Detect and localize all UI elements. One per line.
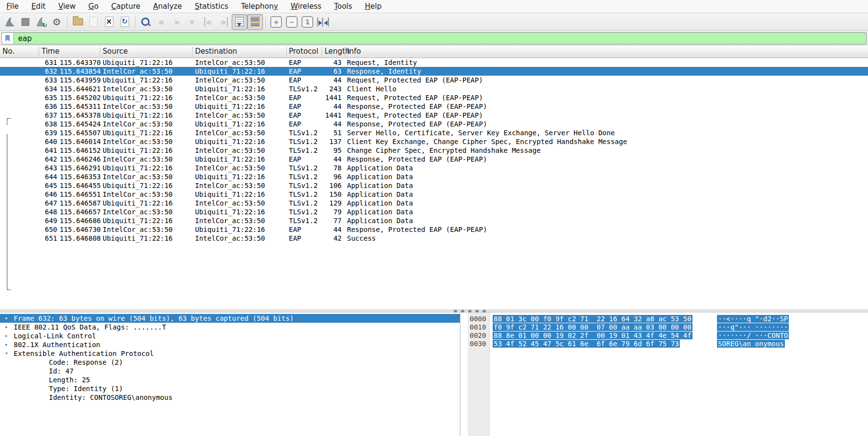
folder-icon xyxy=(73,18,83,25)
column-separator[interactable] xyxy=(39,46,39,57)
detail-line-8[interactable]: Type: Identity (1) xyxy=(0,384,460,393)
zoom-in-button[interactable]: + xyxy=(268,14,284,30)
hex-bytes[interactable]: 88 01 3c 00 f0 9f c2 71 22 16 64 32 a8 a… xyxy=(493,315,693,323)
go-back-button[interactable]: « xyxy=(153,14,169,30)
expander-closed-icon[interactable]: ▸ xyxy=(5,340,8,349)
menu-go[interactable]: Go xyxy=(82,0,105,13)
column-separator[interactable] xyxy=(345,46,345,57)
detail-line-2[interactable]: ▸Logical-Link Control xyxy=(0,332,460,340)
last-packet-button[interactable]: » xyxy=(216,14,232,30)
menu-edit[interactable]: Edit xyxy=(25,0,52,13)
hex-ascii[interactable]: ··<····q "·d2··SP xyxy=(717,315,789,323)
first-packet-button[interactable]: « xyxy=(200,14,216,30)
packet-row-632[interactable]: 632115.643854IntelCor_ac:53:50Ubiquiti_7… xyxy=(0,67,868,76)
packet-row-644[interactable]: 644115.646353IntelCor_ac:53:50Ubiquiti_7… xyxy=(0,172,868,181)
detail-line-1[interactable]: ▸IEEE 802.11 QoS Data, Flags: .......T xyxy=(0,323,460,332)
magnifier-handle xyxy=(148,22,151,26)
go-to-packet-button[interactable]: » xyxy=(185,14,200,30)
restart-capture-button[interactable]: ↻ xyxy=(33,14,49,30)
menu-view[interactable]: View xyxy=(52,0,82,13)
hex-ascii[interactable]: SOREG\an onymous xyxy=(717,340,785,348)
cell-no: 633 xyxy=(29,76,57,84)
menu-telephony[interactable]: Telephony xyxy=(235,0,284,13)
cell-no: 640 xyxy=(29,137,57,146)
colorize-toggle[interactable] xyxy=(247,14,263,30)
detail-line-5[interactable]: Code: Response (2) xyxy=(0,358,460,367)
stop-capture-button[interactable] xyxy=(18,14,33,30)
column-header-time[interactable]: Time xyxy=(42,45,60,58)
cell-time: 115.646730 xyxy=(60,225,101,234)
column-header-protocol[interactable]: Protocol xyxy=(289,45,318,58)
packet-list[interactable]: 631115.643370Ubiquiti_71:22:16IntelCor_a… xyxy=(0,58,868,310)
open-file-button[interactable] xyxy=(70,14,86,30)
column-separator[interactable] xyxy=(322,46,322,57)
column-separator[interactable] xyxy=(286,46,287,57)
expander-closed-icon[interactable]: ▸ xyxy=(5,323,8,332)
hex-bytes[interactable]: 88 8e 01 00 00 19 02 2f 00 19 01 43 4f 4… xyxy=(493,332,693,340)
go-forward-button[interactable]: » xyxy=(169,14,185,30)
packet-details-pane[interactable]: ▸Frame 632: 63 bytes on wire (504 bits),… xyxy=(0,312,460,436)
menu-help[interactable]: Help xyxy=(359,0,388,13)
column-header-source[interactable]: Source xyxy=(103,45,128,58)
packet-row-645[interactable]: 645115.646455Ubiquiti_71:22:16IntelCor_a… xyxy=(0,181,868,190)
packet-row-634[interactable]: 634115.644621IntelCor_ac:53:50Ubiquiti_7… xyxy=(0,84,868,93)
column-header-no[interactable]: No. xyxy=(2,45,15,58)
detail-line-6[interactable]: Id: 47 xyxy=(0,367,460,375)
hex-ascii[interactable]: ···q"··· ········ xyxy=(717,323,789,332)
menu-statistics[interactable]: Statistics xyxy=(188,0,235,13)
packet-row-638[interactable]: 638115.645424IntelCor_ac:53:50Ubiquiti_7… xyxy=(0,120,868,128)
packet-bytes-pane[interactable]: 000088 01 3c 00 f0 9f c2 71 22 16 64 32 … xyxy=(460,312,868,436)
column-separator[interactable] xyxy=(192,46,193,57)
packet-row-639[interactable]: 639115.645507Ubiquiti_71:22:16IntelCor_a… xyxy=(0,128,868,137)
packet-row-631[interactable]: 631115.643370Ubiquiti_71:22:16IntelCor_a… xyxy=(0,58,868,67)
hex-bytes[interactable]: 53 4f 52 45 47 5c 61 6e 6f 6e 79 6d 6f 7… xyxy=(493,340,680,348)
detail-line-4[interactable]: ▾Extensible Authentication Protocol xyxy=(0,349,460,358)
resize-columns-button[interactable] xyxy=(315,14,331,30)
menu-capture[interactable]: Capture xyxy=(105,0,147,13)
cell-proto: EAP xyxy=(289,102,301,111)
packet-row-643[interactable]: 643115.646291Ubiquiti_71:22:16IntelCor_a… xyxy=(0,164,868,172)
start-capture-button[interactable] xyxy=(2,14,18,30)
column-header-length[interactable]: Length xyxy=(325,45,350,58)
zoom-100-button[interactable]: 1 xyxy=(300,14,315,30)
packet-row-640[interactable]: 640115.646014IntelCor_ac:53:50Ubiquiti_7… xyxy=(0,137,868,146)
expander-open-icon[interactable]: ▾ xyxy=(5,349,8,358)
packet-row-633[interactable]: 633115.643959Ubiquiti_71:22:16IntelCor_a… xyxy=(0,76,868,84)
packet-row-648[interactable]: 648115.646657IntelCor_ac:53:50Ubiquiti_7… xyxy=(0,208,868,216)
detail-line-9[interactable]: Identity: CONTOSOREG\anonymous xyxy=(0,393,460,402)
menu-file[interactable]: File xyxy=(0,0,25,13)
menu-tools[interactable]: Tools xyxy=(328,0,359,13)
detail-line-3[interactable]: ▸802.1X Authentication xyxy=(0,340,460,349)
packet-row-637[interactable]: 637115.645378Ubiquiti_71:22:16IntelCor_a… xyxy=(0,111,868,120)
packet-row-649[interactable]: 649115.646686Ubiquiti_71:22:16IntelCor_a… xyxy=(0,216,868,225)
zoom-out-button[interactable]: − xyxy=(284,14,300,30)
packet-row-642[interactable]: 642115.646246IntelCor_ac:53:50Ubiquiti_7… xyxy=(0,155,868,164)
packet-row-650[interactable]: 650115.646730IntelCor_ac:53:50Ubiquiti_7… xyxy=(0,225,868,234)
auto-scroll-toggle[interactable]: ▼ xyxy=(232,14,247,30)
save-file-button[interactable] xyxy=(86,14,101,30)
expander-closed-icon[interactable]: ▸ xyxy=(5,314,8,323)
menu-analyze[interactable]: Analyze xyxy=(147,0,188,13)
reload-file-button[interactable]: ↻ xyxy=(117,14,132,30)
packet-row-651[interactable]: 651115.646808Ubiquiti_71:22:16IntelCor_a… xyxy=(0,234,868,243)
filter-bookmark-button[interactable] xyxy=(2,33,14,44)
packet-row-646[interactable]: 646115.646551IntelCor_ac:53:50Ubiquiti_7… xyxy=(0,190,868,199)
expander-closed-icon[interactable]: ▸ xyxy=(5,332,8,340)
packet-row-636[interactable]: 636115.645311IntelCor_ac:53:50Ubiquiti_7… xyxy=(0,102,868,111)
close-file-button[interactable]: × xyxy=(101,14,117,30)
hex-ascii[interactable]: ·······/ ···CONTO xyxy=(717,332,789,340)
capture-options-button[interactable]: ⚙ xyxy=(49,14,65,30)
column-separator[interactable] xyxy=(100,46,100,57)
column-header-destination[interactable]: Destination xyxy=(195,45,237,58)
detail-line-7[interactable]: Length: 25 xyxy=(0,375,460,384)
packet-row-647[interactable]: 647115.646587Ubiquiti_71:22:16IntelCor_a… xyxy=(0,199,868,208)
column-header-info[interactable]: Info xyxy=(347,45,361,58)
hex-bytes[interactable]: f0 9f c2 71 22 16 00 00 07 00 aa aa 03 0… xyxy=(493,323,693,332)
detail-line-0[interactable]: ▸Frame 632: 63 bytes on wire (504 bits),… xyxy=(0,314,460,323)
packet-row-635[interactable]: 635115.645202Ubiquiti_71:22:16IntelCor_a… xyxy=(0,93,868,102)
display-filter-input[interactable]: eap xyxy=(1,32,867,44)
detail-text: Code: Response (2) xyxy=(49,358,123,367)
menu-wireless[interactable]: Wireless xyxy=(284,0,328,13)
find-packet-button[interactable] xyxy=(138,14,153,30)
packet-row-641[interactable]: 641115.646152Ubiquiti_71:22:16IntelCor_a… xyxy=(0,146,868,155)
